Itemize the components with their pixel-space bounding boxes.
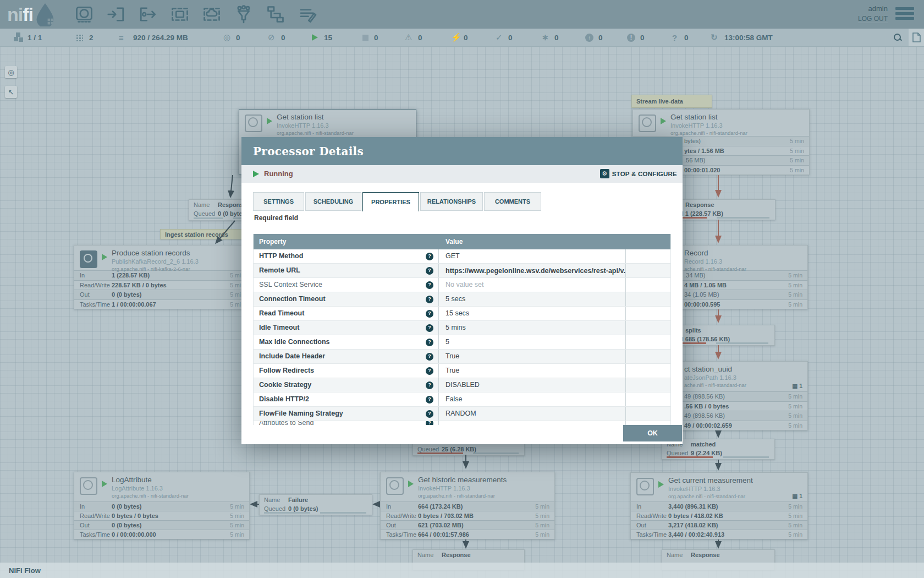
processor-type: InvokeHTTP 1.16.3 bbox=[668, 486, 721, 492]
logo-text-fi: fi bbox=[23, 4, 33, 25]
processor-icon bbox=[636, 478, 654, 495]
stat-period: 5 min bbox=[790, 148, 804, 154]
disabled-count: 0 bbox=[464, 29, 468, 46]
label-icon[interactable] bbox=[298, 4, 317, 24]
invalid-icon: ⚠ bbox=[405, 29, 412, 46]
stat-value: 1 / 00:00:00.067 bbox=[112, 301, 156, 308]
pointer-tool-button[interactable]: ↖ bbox=[5, 86, 17, 98]
help-icon[interactable]: ? bbox=[426, 381, 433, 389]
value-cell: 5 mins bbox=[439, 321, 626, 335]
help-icon[interactable]: ? bbox=[426, 281, 433, 289]
help-icon[interactable]: ? bbox=[426, 267, 433, 275]
stat-period: 5 min bbox=[535, 503, 549, 510]
connection-label: Name bbox=[194, 201, 210, 208]
help-icon[interactable]: ? bbox=[426, 410, 433, 418]
tab-comments[interactable]: COMMENTS bbox=[484, 192, 541, 211]
annotation-tool-button[interactable]: ◎ bbox=[5, 66, 17, 78]
nifi-application: ◎ ↖ Stream live-dataIngest station recor… bbox=[0, 0, 924, 578]
global-menu-icon[interactable] bbox=[895, 7, 914, 21]
connection-label: Name bbox=[667, 552, 683, 558]
breadcrumb[interactable]: NiFi Flow bbox=[9, 566, 41, 575]
stat-period: 5 min bbox=[535, 512, 549, 519]
tab-properties[interactable]: PROPERTIES bbox=[362, 192, 419, 211]
tab-settings[interactable]: SETTINGS bbox=[253, 192, 304, 211]
property-cell: Disable HTTP/2? bbox=[254, 392, 439, 406]
stat-row: Out0 (0 bytes)5 min bbox=[74, 520, 249, 530]
processor-type: LogAttribute 1.16.3 bbox=[112, 485, 163, 492]
help-icon[interactable]: ? bbox=[426, 310, 433, 318]
connection-value: Failure bbox=[288, 497, 308, 503]
stat-value-fragment: .34 MB) bbox=[684, 272, 706, 279]
running-icon bbox=[658, 481, 664, 488]
get-current-measurement[interactable]: Get current measurementInvokeHTTP 1.16.3… bbox=[630, 472, 808, 539]
template-icon[interactable] bbox=[266, 4, 285, 24]
ok-button[interactable]: OK bbox=[623, 425, 682, 441]
table-header: PropertyValue bbox=[254, 234, 670, 249]
property-row: Read Timeout?15 secs bbox=[254, 307, 670, 321]
stat-label: In bbox=[636, 503, 641, 510]
processor-name: Produce station records bbox=[112, 249, 190, 257]
logout-link[interactable]: LOG OUT bbox=[858, 15, 888, 23]
help-icon[interactable]: ? bbox=[426, 367, 433, 375]
stat-value-fragment: 00:00:01.020 bbox=[684, 167, 720, 173]
running-icon bbox=[102, 254, 107, 260]
breadcrumb-bar: NiFi Flow bbox=[0, 563, 924, 578]
stat-value-fragment: 49 (898.56 KB) bbox=[684, 393, 725, 400]
processor-icon[interactable] bbox=[74, 4, 94, 24]
running-state-icon bbox=[253, 171, 259, 177]
stat-value: 0 (0 bytes) bbox=[112, 291, 141, 298]
stat-value: 3,440 (896.31 KB) bbox=[668, 503, 718, 510]
connection-row: NameResponse bbox=[662, 550, 774, 560]
remote-process-group-icon[interactable] bbox=[202, 4, 222, 24]
output-port-icon[interactable] bbox=[138, 4, 158, 24]
input-port-icon[interactable] bbox=[106, 4, 126, 24]
processor-state-strip: Running ⚙ STOP & CONFIGURE bbox=[241, 165, 683, 183]
stat-label: In bbox=[80, 272, 85, 279]
dialog-title: Processor Details bbox=[253, 145, 364, 158]
processor-name: LogAttribute bbox=[112, 476, 152, 484]
conn-failure[interactable]: NameFailureQueued0 (0 bytes) bbox=[259, 494, 372, 515]
value-cell: GET bbox=[439, 249, 626, 263]
tab-scheduling[interactable]: SCHEDULING bbox=[305, 192, 361, 211]
stat-period: 5 min bbox=[788, 272, 802, 279]
help-icon[interactable]: ? bbox=[426, 396, 433, 403]
property-row: Attributes to Send?No value set bbox=[254, 421, 670, 425]
running-icon bbox=[312, 29, 318, 46]
label-stream-live-data[interactable]: Stream live-data bbox=[631, 95, 712, 108]
stat-period: 5 min bbox=[535, 531, 549, 538]
running-icon bbox=[102, 481, 107, 487]
get-historic-measurements[interactable]: Get historic measurementsInvokeHTTP 1.16… bbox=[380, 472, 555, 539]
process-group-icon[interactable] bbox=[170, 4, 190, 24]
connection-value-fragment: d 1 (228.57 KB) bbox=[680, 210, 723, 217]
logo-text-ni: ni bbox=[7, 4, 23, 25]
help-icon[interactable]: ? bbox=[426, 353, 433, 361]
property-row: Max Idle Connections?5 bbox=[254, 335, 670, 350]
property-row: Connection Timeout?5 secs bbox=[254, 292, 670, 307]
produce-station-records[interactable]: Produce station recordsPublishKafkaRecor… bbox=[74, 245, 250, 309]
log-attribute[interactable]: LogAttributeLogAttribute 1.16.3org.apach… bbox=[74, 472, 250, 539]
queue-size-bar bbox=[320, 512, 366, 514]
help-icon[interactable]: ? bbox=[426, 253, 433, 260]
connection-label: Queued bbox=[264, 505, 285, 512]
stop-and-configure-button[interactable]: ⚙ STOP & CONFIGURE bbox=[600, 169, 677, 178]
funnel-icon[interactable] bbox=[234, 4, 254, 24]
help-icon[interactable]: ? bbox=[426, 324, 433, 332]
help-icon[interactable]: ? bbox=[426, 421, 433, 425]
value-cell: 15 secs bbox=[439, 307, 626, 320]
property-name: Max Idle Connections bbox=[259, 335, 330, 349]
queue-count-bar bbox=[667, 456, 713, 458]
dialog-header: Processor Details bbox=[241, 137, 683, 165]
bulletin-board-icon[interactable] bbox=[909, 29, 924, 46]
search-icon[interactable] bbox=[893, 29, 902, 46]
not-transmitting-count: 0 bbox=[281, 29, 285, 46]
refresh-icon[interactable]: ↻ bbox=[711, 29, 718, 46]
help-icon[interactable]: ? bbox=[426, 296, 433, 303]
help-icon[interactable]: ? bbox=[426, 339, 433, 346]
connection-label: Queued bbox=[417, 446, 439, 452]
label-ingest-station-records[interactable]: Ingest station records bbox=[160, 229, 243, 239]
gutter-cell bbox=[626, 335, 670, 349]
property-cell: Max Idle Connections? bbox=[254, 335, 439, 349]
property-cell: Cookie Strategy? bbox=[254, 378, 439, 392]
property-cell: Idle Timeout? bbox=[254, 321, 439, 335]
tab-relationships[interactable]: RELATIONSHIPS bbox=[420, 192, 483, 211]
